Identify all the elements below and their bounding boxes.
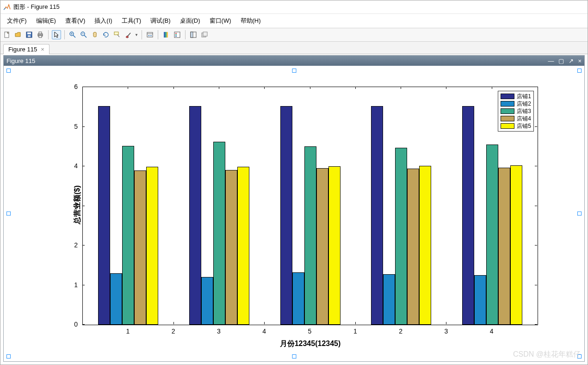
bar [328,166,340,325]
minimize-icon[interactable]: — [548,57,554,64]
bar [316,168,328,325]
legend-item: 店铺5 [501,122,531,130]
pan-icon[interactable] [90,30,99,39]
tab-row: Figure 115 × [0,42,588,54]
toolbar: ▼ [0,28,588,42]
colorbar-icon[interactable] [161,30,171,39]
figure-window: 图形 - Figure 115 文件(F) 编辑(E) 查看(V) 插入(I) … [0,0,588,365]
y-tick: 5 [4,123,78,130]
selection-handle[interactable] [577,212,582,216]
maximize-icon[interactable]: ▢ [558,57,564,64]
bar [474,275,486,325]
selection-handle[interactable] [292,69,296,73]
menu-file[interactable]: 文件(F) [7,17,27,25]
legend-swatch [501,116,514,121]
menu-view[interactable]: 查看(V) [65,17,85,25]
bar [407,169,419,325]
svg-rect-30 [191,32,193,38]
x-tick: 3 [212,327,226,335]
selection-handle[interactable] [6,212,11,216]
svg-rect-17 [147,32,153,37]
legend-item: 店铺2 [501,100,531,107]
zoom-in-icon[interactable] [68,30,77,39]
x-tick: 2 [394,327,408,335]
legend-label: 店铺3 [517,107,531,115]
bar [419,166,431,325]
watermark: CSDN @桂花年糕仔 [513,350,581,359]
tab-label: Figure 115 [8,46,37,53]
menu-help[interactable]: 帮助(H) [241,17,261,25]
toolbar-separator [142,30,142,39]
open-icon[interactable] [13,30,23,39]
legend-icon[interactable] [173,30,182,39]
data-cursor-icon[interactable] [112,30,122,39]
svg-rect-22 [164,32,165,38]
menu-debug[interactable]: 调试(B) [150,17,170,25]
panel-controls: — ▢ ↗ × [545,57,582,64]
brush-dropdown-icon[interactable]: ▼ [135,33,138,37]
selection-handle[interactable] [292,354,296,359]
bar [110,273,122,325]
print-icon[interactable] [36,30,45,39]
axes[interactable]: 店铺1店铺2店铺3店铺4店铺5 [82,87,538,325]
x-tick: 4 [257,327,271,335]
restore-icon[interactable]: ↗ [569,57,574,64]
bar [462,106,474,325]
matlab-icon [3,3,11,11]
legend-swatch [501,123,514,129]
y-tick: 6 [4,83,78,90]
svg-rect-14 [114,32,118,35]
figure-canvas[interactable]: 总营业额($) 月份12345(12345) 0123456 123451234… [4,66,584,361]
close-icon[interactable]: × [578,57,582,64]
bar [122,146,134,325]
bar [225,170,237,325]
bar [213,142,225,325]
menu-window[interactable]: 窗口(W) [210,17,231,25]
bar [486,145,498,325]
link-icon[interactable] [145,30,155,39]
menu-tools[interactable]: 工具(T) [122,17,142,25]
toolbar-separator [48,30,49,39]
svg-rect-32 [203,32,207,36]
zoom-out-icon[interactable] [79,30,88,39]
menu-edit[interactable]: 编辑(E) [36,17,56,25]
figure-panel: Figure 115 — ▢ ↗ × 总营业额($) 月份12345(12345… [3,55,585,362]
figure-tab[interactable]: Figure 115 × [3,44,50,54]
x-tick: 1 [121,327,135,335]
new-icon[interactable] [2,30,12,39]
x-tick: 4 [485,327,499,335]
y-tick: 0 [4,321,78,328]
bar [304,146,316,325]
bar [371,106,383,325]
y-tick: 1 [4,281,78,289]
selection-handle[interactable] [6,69,11,73]
legend-label: 店铺1 [517,93,531,100]
brush-icon[interactable] [124,30,133,39]
bar [146,167,158,325]
legend-item: 店铺4 [501,115,531,122]
tab-close-icon[interactable]: × [41,46,44,53]
legend-item: 店铺1 [501,93,531,100]
selection-handle[interactable] [6,354,11,359]
svg-line-16 [128,33,130,36]
toolbar-separator [158,30,158,39]
rotate-icon[interactable] [101,30,111,39]
figure-panel-title: Figure 115 [6,57,35,64]
menu-insert[interactable]: 插入(I) [94,17,112,25]
undock-icon[interactable] [200,30,209,39]
bar [395,148,407,325]
selection-handle[interactable] [577,69,582,73]
bar [201,277,213,325]
bar [510,165,522,325]
legend-swatch [501,94,514,99]
bar [383,274,395,325]
x-axis-label: 月份12345(12345) [82,339,538,349]
legend[interactable]: 店铺1店铺2店铺3店铺4店铺5 [498,91,534,132]
menu-desktop[interactable]: 桌面(D) [180,17,200,25]
dock-icon[interactable] [189,30,198,39]
x-tick: 3 [439,327,453,335]
y-tick: 2 [4,241,78,249]
pointer-icon[interactable] [52,30,61,39]
legend-label: 店铺5 [517,122,531,130]
save-icon[interactable] [25,30,34,39]
